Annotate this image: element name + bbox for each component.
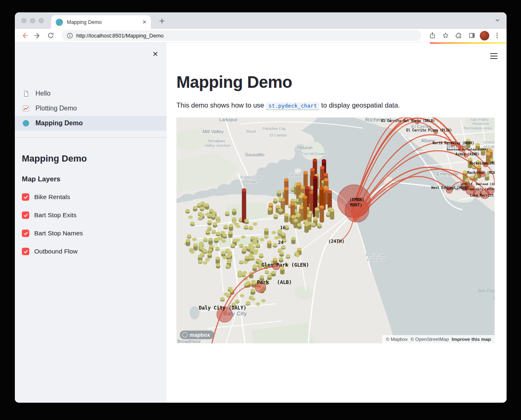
sidebar-item-plotting-demo[interactable]: Plotting Demo [15, 101, 167, 116]
bart-station-label: Lake Merritt (LAKE) [470, 193, 495, 197]
bart-station-label: Daly City (DALY) [199, 305, 246, 311]
bart-station-label: Ashby (ASHB) [455, 153, 479, 156]
hex-bar [286, 254, 290, 259]
bookmark-star-icon[interactable] [440, 30, 451, 41]
page-nav: Hello Plotting Demo [15, 86, 167, 131]
checkbox-label: Bike Rentals [34, 193, 70, 201]
mapbox-logo[interactable]: mapbox [180, 331, 214, 339]
browser-menu-icon[interactable] [492, 30, 502, 41]
map-canvas[interactable]: LarkspurMill ValleyReedParadise CayEl Ca… [176, 117, 495, 343]
checkbox-box [22, 230, 29, 237]
map-attribution: © Mapbox © OpenStreetMap Improve this ma… [382, 335, 495, 343]
minimize-window-button[interactable] [30, 18, 35, 23]
hex-bar [293, 219, 298, 229]
hex-bar [223, 233, 227, 239]
mapbox-logo-icon [182, 332, 188, 338]
hex-bar [304, 223, 308, 233]
map-place-label: Mill Valley [203, 129, 224, 134]
checkbox-bike-rentals[interactable]: Bike Rentals [22, 193, 167, 201]
address-bar: http://localhost:8501/Mapping_Demo [15, 29, 507, 42]
maximize-window-button[interactable] [39, 18, 44, 23]
map-place-label: Francisco [367, 258, 384, 262]
check-icon [23, 249, 28, 254]
site-info-icon[interactable] [67, 33, 73, 39]
hex-bar [268, 207, 272, 215]
hex-bar [267, 240, 271, 249]
attrib-mapbox-link[interactable]: © Mapbox [386, 337, 408, 342]
hex-bar [186, 239, 190, 246]
hex-bar [200, 206, 204, 211]
hex-bar [193, 206, 197, 212]
bart-station-label: El Cerrito Plaza (PLZA) [406, 128, 452, 132]
side-panel-icon[interactable] [467, 30, 477, 41]
hex-bar [206, 230, 210, 235]
hex-bar [249, 225, 253, 230]
forward-button[interactable] [32, 30, 43, 41]
intro-text: This demo shows how to use st.pydeck_cha… [176, 101, 507, 109]
bart-station-label: (ALB) [277, 279, 292, 285]
map-place-label: Broadmoor [178, 339, 201, 343]
hex-bar [232, 209, 236, 216]
map-place-label: Bridge [246, 179, 257, 184]
map-place-label: Recreation Area [464, 126, 492, 130]
sidebar-close-icon[interactable]: ✕ [153, 50, 158, 59]
attrib-osm-link[interactable]: © OpenStreetMap [411, 337, 449, 342]
hex-bar [273, 243, 277, 248]
bart-station-label: 16 [280, 225, 286, 230]
sidebar-item-mapping-demo[interactable]: Mapping Demo [15, 116, 167, 131]
hex-bar [211, 230, 216, 234]
hex-bar [277, 190, 281, 197]
hex-bar [242, 248, 246, 254]
close-window-button[interactable] [21, 18, 26, 23]
map-layers-heading: Map Layers [22, 175, 167, 183]
hex-bar [326, 212, 330, 217]
extensions-puzzle-icon[interactable] [453, 30, 464, 41]
hex-bar [193, 243, 197, 251]
streamlit-app: ✕ Hello Plotting Demo [15, 42, 507, 403]
checkbox-box [22, 248, 29, 255]
map-place-label: Fort McDowell [302, 151, 327, 156]
intro-after: to display geospatial data. [319, 101, 400, 109]
tab-search-chevron-icon[interactable] [494, 17, 501, 25]
globe-favicon-icon [55, 18, 63, 26]
bart-station-label: MacArthur (MCAR) [467, 171, 495, 175]
app-menu-hamburger-icon[interactable] [490, 52, 498, 61]
checkbox-label: Bart Stop Names [34, 230, 83, 237]
share-button[interactable] [427, 30, 438, 41]
map-place-label: Tiburon [297, 145, 313, 150]
browser-tab[interactable]: Mapping Demo ✕ [51, 15, 151, 29]
bart-station-label: El Cerrito del Norte (DELN) [381, 119, 435, 123]
hex-bar [317, 223, 322, 229]
pydeck-map[interactable]: LarkspurMill ValleyReedParadise CayEl Ca… [176, 117, 495, 343]
hex-bar [251, 289, 255, 295]
map-place-label: Golden Gate [240, 175, 263, 179]
map-place-label: Port of San [366, 253, 385, 257]
sidebar-item-hello[interactable]: Hello [15, 86, 167, 101]
back-button[interactable] [19, 30, 30, 41]
hex-bar [225, 211, 229, 216]
map-place-label: Valley Junction [204, 143, 230, 148]
url-text: http://localhost:8501/Mapping_Demo [76, 33, 164, 39]
pydeck-chart-link[interactable]: st.pydeck_chart [266, 102, 319, 110]
checkbox-bart-stop-names[interactable]: Bart Stop Names [22, 230, 167, 237]
hex-bar [215, 246, 219, 251]
map-place-label: San Francisco [478, 288, 495, 293]
new-tab-button[interactable] [157, 16, 167, 26]
profile-avatar[interactable] [480, 31, 489, 40]
hex-bar [214, 237, 218, 243]
checkbox-bart-stop-exits[interactable]: Bart Stop Exits [22, 211, 167, 219]
url-field[interactable]: http://localhost:8501/Mapping_Demo [62, 30, 421, 41]
hex-bar [328, 190, 332, 210]
reload-button[interactable] [45, 30, 56, 41]
checkbox-outbound-flow[interactable]: Outbound Flow [22, 248, 167, 255]
hex-bar [203, 238, 207, 242]
hex-bar [235, 299, 239, 303]
main-content: Mapping Demo This demo shows how to use … [167, 42, 507, 403]
hex-bar [242, 188, 246, 223]
tab-close-icon[interactable]: ✕ [142, 19, 147, 25]
bart-station-label: Rockridge (ROCK) [469, 161, 495, 165]
check-icon [23, 231, 28, 236]
hex-bar [190, 221, 194, 226]
hex-bar [241, 272, 245, 277]
attrib-improve-link[interactable]: Improve this map [452, 337, 491, 342]
